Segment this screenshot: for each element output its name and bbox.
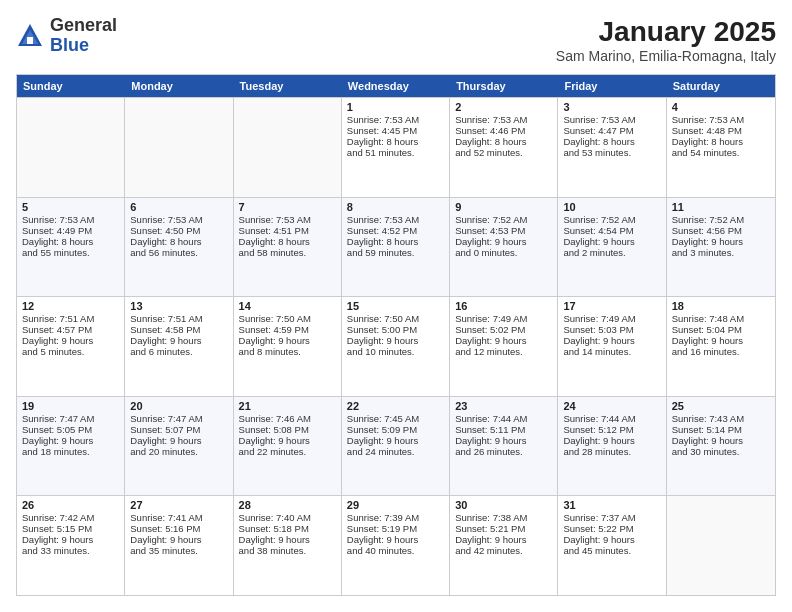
calendar-cell: 18Sunrise: 7:48 AMSunset: 5:04 PMDayligh… — [667, 297, 775, 396]
day-info: Sunset: 5:00 PM — [347, 324, 444, 335]
day-info: Daylight: 9 hours — [672, 335, 770, 346]
logo-general-text: General — [50, 16, 117, 36]
day-number: 11 — [672, 201, 770, 213]
day-info: and 30 minutes. — [672, 446, 770, 457]
calendar-cell: 9Sunrise: 7:52 AMSunset: 4:53 PMDaylight… — [450, 198, 558, 297]
header-day-wednesday: Wednesday — [342, 75, 450, 97]
day-info: Daylight: 9 hours — [239, 435, 336, 446]
main-title: January 2025 — [556, 16, 776, 48]
calendar-header: SundayMondayTuesdayWednesdayThursdayFrid… — [17, 75, 775, 97]
header-day-thursday: Thursday — [450, 75, 558, 97]
day-info: Sunset: 5:19 PM — [347, 523, 444, 534]
day-info: Sunrise: 7:53 AM — [239, 214, 336, 225]
day-info: and 51 minutes. — [347, 147, 444, 158]
day-number: 6 — [130, 201, 227, 213]
calendar-cell: 26Sunrise: 7:42 AMSunset: 5:15 PMDayligh… — [17, 496, 125, 595]
day-info: Sunset: 5:08 PM — [239, 424, 336, 435]
day-info: Sunset: 5:04 PM — [672, 324, 770, 335]
day-info: Sunrise: 7:47 AM — [22, 413, 119, 424]
day-number: 1 — [347, 101, 444, 113]
day-info: and 55 minutes. — [22, 247, 119, 258]
day-info: Daylight: 8 hours — [563, 136, 660, 147]
day-info: Daylight: 9 hours — [347, 435, 444, 446]
day-info: Sunset: 4:53 PM — [455, 225, 552, 236]
day-number: 29 — [347, 499, 444, 511]
day-info: Sunset: 4:50 PM — [130, 225, 227, 236]
day-number: 16 — [455, 300, 552, 312]
day-info: Daylight: 9 hours — [455, 335, 552, 346]
calendar-row-0: 1Sunrise: 7:53 AMSunset: 4:45 PMDaylight… — [17, 97, 775, 197]
calendar-row-4: 26Sunrise: 7:42 AMSunset: 5:15 PMDayligh… — [17, 495, 775, 595]
calendar-cell: 21Sunrise: 7:46 AMSunset: 5:08 PMDayligh… — [234, 397, 342, 496]
day-info: and 28 minutes. — [563, 446, 660, 457]
calendar-cell: 16Sunrise: 7:49 AMSunset: 5:02 PMDayligh… — [450, 297, 558, 396]
day-info: Daylight: 9 hours — [563, 534, 660, 545]
day-info: and 12 minutes. — [455, 346, 552, 357]
day-info: Sunrise: 7:50 AM — [347, 313, 444, 324]
calendar-cell: 30Sunrise: 7:38 AMSunset: 5:21 PMDayligh… — [450, 496, 558, 595]
day-number: 3 — [563, 101, 660, 113]
day-info: Sunrise: 7:38 AM — [455, 512, 552, 523]
day-info: Sunset: 4:46 PM — [455, 125, 552, 136]
day-info: Daylight: 8 hours — [347, 136, 444, 147]
calendar-cell: 5Sunrise: 7:53 AMSunset: 4:49 PMDaylight… — [17, 198, 125, 297]
day-number: 21 — [239, 400, 336, 412]
day-number: 2 — [455, 101, 552, 113]
day-number: 17 — [563, 300, 660, 312]
header-day-sunday: Sunday — [17, 75, 125, 97]
day-info: Daylight: 9 hours — [563, 435, 660, 446]
day-number: 25 — [672, 400, 770, 412]
calendar-cell — [667, 496, 775, 595]
day-number: 18 — [672, 300, 770, 312]
day-info: Sunrise: 7:52 AM — [563, 214, 660, 225]
page: General Blue January 2025 Sam Marino, Em… — [0, 0, 792, 612]
day-info: and 8 minutes. — [239, 346, 336, 357]
day-info: Daylight: 8 hours — [239, 236, 336, 247]
day-info: Sunrise: 7:37 AM — [563, 512, 660, 523]
calendar-cell: 25Sunrise: 7:43 AMSunset: 5:14 PMDayligh… — [667, 397, 775, 496]
day-info: Sunset: 5:21 PM — [455, 523, 552, 534]
day-number: 22 — [347, 400, 444, 412]
day-number: 27 — [130, 499, 227, 511]
day-info: and 0 minutes. — [455, 247, 552, 258]
day-info: Sunset: 5:05 PM — [22, 424, 119, 435]
day-number: 12 — [22, 300, 119, 312]
calendar-cell: 14Sunrise: 7:50 AMSunset: 4:59 PMDayligh… — [234, 297, 342, 396]
calendar-row-1: 5Sunrise: 7:53 AMSunset: 4:49 PMDaylight… — [17, 197, 775, 297]
day-info: Sunset: 4:47 PM — [563, 125, 660, 136]
day-info: Daylight: 9 hours — [455, 534, 552, 545]
day-info: Sunset: 5:09 PM — [347, 424, 444, 435]
day-number: 8 — [347, 201, 444, 213]
calendar-cell: 12Sunrise: 7:51 AMSunset: 4:57 PMDayligh… — [17, 297, 125, 396]
day-info: Daylight: 9 hours — [672, 435, 770, 446]
day-info: and 56 minutes. — [130, 247, 227, 258]
day-info: Sunset: 5:22 PM — [563, 523, 660, 534]
day-info: Sunset: 4:49 PM — [22, 225, 119, 236]
calendar-cell: 20Sunrise: 7:47 AMSunset: 5:07 PMDayligh… — [125, 397, 233, 496]
calendar-cell: 15Sunrise: 7:50 AMSunset: 5:00 PMDayligh… — [342, 297, 450, 396]
header-day-friday: Friday — [558, 75, 666, 97]
day-info: Sunrise: 7:39 AM — [347, 512, 444, 523]
day-info: and 16 minutes. — [672, 346, 770, 357]
day-info: Sunrise: 7:49 AM — [455, 313, 552, 324]
day-info: Sunrise: 7:52 AM — [455, 214, 552, 225]
day-info: and 2 minutes. — [563, 247, 660, 258]
day-info: Sunrise: 7:53 AM — [347, 214, 444, 225]
day-info: Sunrise: 7:53 AM — [347, 114, 444, 125]
day-info: and 24 minutes. — [347, 446, 444, 457]
day-info: Sunrise: 7:50 AM — [239, 313, 336, 324]
day-number: 31 — [563, 499, 660, 511]
day-info: Sunrise: 7:49 AM — [563, 313, 660, 324]
day-number: 24 — [563, 400, 660, 412]
day-info: and 59 minutes. — [347, 247, 444, 258]
calendar-cell — [234, 98, 342, 197]
day-number: 19 — [22, 400, 119, 412]
calendar-row-3: 19Sunrise: 7:47 AMSunset: 5:05 PMDayligh… — [17, 396, 775, 496]
day-info: and 38 minutes. — [239, 545, 336, 556]
day-number: 10 — [563, 201, 660, 213]
day-info: Sunset: 4:59 PM — [239, 324, 336, 335]
day-info: Sunset: 4:54 PM — [563, 225, 660, 236]
day-info: Sunset: 5:12 PM — [563, 424, 660, 435]
day-info: and 33 minutes. — [22, 545, 119, 556]
logo-blue-text: Blue — [50, 36, 117, 56]
